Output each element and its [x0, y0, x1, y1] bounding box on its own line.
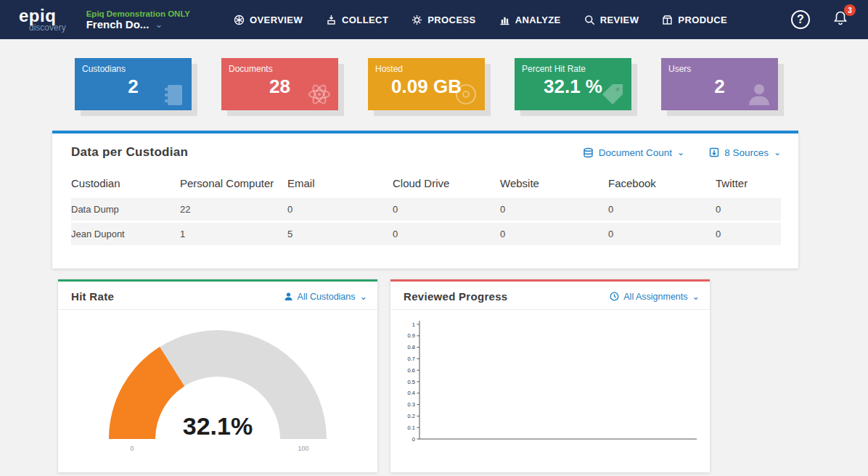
stacked-discs-icon — [583, 147, 594, 158]
source-box-icon — [709, 147, 719, 157]
notifications-button[interactable]: 3 — [832, 9, 849, 30]
svg-text:0.6: 0.6 — [408, 367, 415, 374]
menu-label: OVERVIEW — [250, 15, 303, 25]
stat-card-hit-rate[interactable]: Percent Hit Rate 32.1 % — [515, 58, 631, 110]
person-icon — [284, 292, 293, 301]
environment-label: Epiq Demonstration ONLY — [86, 9, 190, 18]
sources-dropdown[interactable]: 8 Sources ⌄ — [709, 147, 781, 158]
box-icon — [662, 15, 673, 25]
menu-item-collect[interactable]: COLLECT — [326, 15, 388, 25]
svg-text:0.3: 0.3 — [408, 401, 415, 408]
chevron-down-icon: ⌄ — [360, 291, 367, 302]
table-header-cell: Personal Computer — [180, 177, 287, 189]
table-row[interactable]: Data Dump 22 0 0 0 0 0 — [71, 198, 781, 221]
table-header-row: Custodian Personal Computer Email Cloud … — [71, 170, 781, 196]
help-icon[interactable]: ? — [791, 10, 810, 29]
gauge-value-label: 32.1% — [183, 412, 253, 440]
menu-item-process[interactable]: PROCESS — [412, 15, 475, 25]
panel-title: Hit Rate — [71, 290, 114, 303]
table-row[interactable]: Jean Dupont 1 5 0 0 0 0 — [71, 223, 781, 245]
menu-item-produce[interactable]: PRODUCE — [662, 15, 727, 25]
svg-text:0: 0 — [412, 436, 415, 443]
menu-item-overview[interactable]: OVERVIEW — [234, 15, 303, 25]
collect-icon — [326, 15, 337, 25]
panel-title: Reviewed Progress — [404, 290, 508, 303]
svg-text:0.8: 0.8 — [408, 344, 415, 350]
custodians-dropdown[interactable]: All Custodians ⌄ — [284, 291, 367, 302]
table-cell: 0 — [500, 204, 608, 215]
gauge-min-label: 0 — [130, 445, 134, 452]
stat-cards: Custodians 2 Documents 28 Hosted 0.09 GB… — [0, 39, 868, 110]
clock-icon — [610, 292, 619, 301]
svg-text:0.4: 0.4 — [408, 390, 415, 396]
metric-dropdown-label: Document Count — [599, 147, 672, 158]
svg-text:1: 1 — [412, 321, 415, 328]
table-header-cell: Email — [287, 177, 393, 189]
chevron-down-icon: ⌄ — [692, 291, 700, 302]
stat-label: Users — [661, 58, 778, 74]
menu-label: ANALYZE — [515, 15, 561, 25]
table-cell: 0 — [716, 229, 781, 239]
project-selector[interactable]: Epiq Demonstration ONLY French Do... ⌄ — [86, 9, 190, 30]
svg-text:0.5: 0.5 — [408, 379, 415, 385]
chevron-down-icon: ⌄ — [155, 19, 163, 30]
stat-label: Percent Hit Rate — [515, 58, 631, 74]
project-name: French Do... — [86, 18, 150, 30]
gear-icon — [412, 15, 422, 25]
epiq-logo[interactable]: epiq discovery — [19, 7, 66, 32]
top-nav: epiq discovery Epiq Demonstration ONLY F… — [0, 0, 868, 39]
table-header-cell: Website — [500, 177, 608, 189]
table-cell: 0 — [393, 229, 500, 239]
menu-label: PROCESS — [427, 15, 475, 25]
stat-card-hosted[interactable]: Hosted 0.09 GB — [368, 58, 485, 110]
menu-label: REVIEW — [600, 15, 639, 25]
svg-text:0.9: 0.9 — [408, 332, 415, 339]
table-cell: 0 — [716, 204, 781, 215]
sources-dropdown-label: 8 Sources — [724, 147, 769, 158]
stat-value: 28 — [221, 75, 338, 98]
bottom-panels: Hit Rate All Custodians ⌄ 32.1% 0 100 Re… — [58, 279, 868, 472]
logo-sub: discovery — [29, 23, 66, 32]
table-header-cell: Twitter — [716, 177, 781, 189]
menu-item-analyze[interactable]: ANALYZE — [499, 15, 561, 25]
table-cell: 1 — [180, 229, 287, 239]
chevron-down-icon: ⌄ — [677, 147, 684, 157]
svg-text:0.7: 0.7 — [408, 356, 415, 362]
stat-card-documents[interactable]: Documents 28 — [221, 58, 338, 110]
hit-rate-gauge: 32.1% 0 100 — [94, 317, 341, 462]
menu-label: PRODUCE — [678, 15, 727, 25]
gauge-max-label: 100 — [298, 445, 308, 452]
table-header-cell: Facebook — [608, 177, 716, 189]
stat-card-custodians[interactable]: Custodians 2 — [75, 58, 192, 110]
panel-title: Data per Custodian — [71, 145, 188, 160]
table-cell: 0 — [608, 229, 716, 239]
chevron-down-icon: ⌄ — [774, 147, 781, 157]
stat-value: 0.09 GB — [368, 75, 485, 98]
stat-value: 2 — [661, 75, 778, 98]
assignments-dropdown-label: All Assignments — [623, 292, 687, 302]
notification-badge: 3 — [844, 4, 856, 16]
main-menu: OVERVIEW COLLECT PROCESS ANALYZE REVIEW … — [234, 15, 727, 25]
metric-dropdown[interactable]: Document Count ⌄ — [583, 147, 684, 158]
table-cell: 0 — [608, 204, 716, 215]
svg-text:0.2: 0.2 — [408, 413, 415, 419]
reviewed-panel: Reviewed Progress All Assignments ⌄ 00.1… — [390, 279, 710, 472]
menu-item-review[interactable]: REVIEW — [584, 15, 639, 25]
nav-right: ? 3 — [791, 9, 849, 30]
overview-icon — [234, 15, 245, 25]
table-cell: 22 — [180, 204, 287, 215]
svg-text:0.1: 0.1 — [408, 424, 415, 431]
assignments-dropdown[interactable]: All Assignments ⌄ — [610, 291, 700, 302]
menu-label: COLLECT — [342, 15, 388, 25]
table-cell: 0 — [393, 204, 500, 215]
table-cell: 0 — [500, 229, 608, 239]
table-header-cell: Custodian — [71, 177, 180, 189]
magnifier-icon — [584, 15, 595, 25]
custodians-dropdown-label: All Custodians — [298, 292, 356, 302]
stat-label: Documents — [221, 58, 338, 74]
stat-value: 32.1 % — [515, 75, 631, 98]
stat-card-users[interactable]: Users 2 — [661, 58, 778, 110]
table-cell: Data Dump — [71, 204, 180, 215]
custodian-table: Custodian Personal Computer Email Cloud … — [52, 167, 798, 245]
table-cell: 0 — [287, 204, 393, 215]
